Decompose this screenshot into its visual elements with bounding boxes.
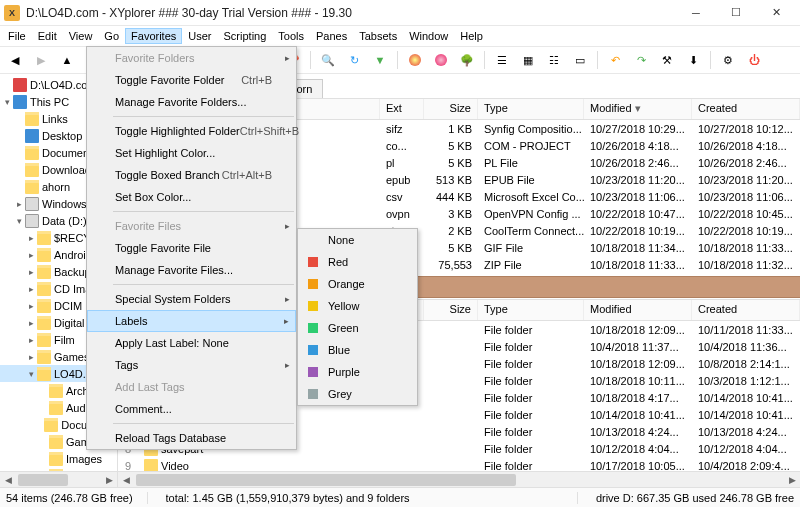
label-item[interactable]: Purple (298, 361, 417, 383)
menu-edit[interactable]: Edit (32, 28, 63, 44)
menu-item[interactable]: Manage Favorite Folders... (87, 91, 296, 113)
minimize-button[interactable]: ─ (676, 0, 716, 26)
menu-panes[interactable]: Panes (310, 28, 353, 44)
red-icon[interactable] (404, 49, 426, 71)
expander-icon[interactable]: ▾ (2, 97, 13, 107)
file-created: 10/23/2018 11:20... (692, 174, 800, 186)
menu-item[interactable]: Tags▸ (87, 354, 296, 376)
tree-item[interactable]: Images (0, 450, 117, 467)
col-modified[interactable]: Modified ▾ (584, 99, 692, 119)
folder-icon (25, 112, 39, 126)
menu-file[interactable]: File (2, 28, 32, 44)
settings-icon[interactable]: ⚙ (717, 49, 739, 71)
menu-item[interactable]: Toggle Boxed BranchCtrl+Alt+B (87, 164, 296, 186)
filter-icon[interactable]: ▼ (369, 49, 391, 71)
expander-icon[interactable]: ▸ (26, 250, 37, 260)
pane-scrollbar[interactable]: ◀▶ (118, 471, 800, 487)
label-item[interactable]: Grey (298, 383, 417, 405)
file-modified: 10/26/2018 2:46... (584, 157, 692, 169)
col-size[interactable]: Size (424, 99, 478, 119)
tree-icon[interactable]: 🌳 (456, 49, 478, 71)
refresh-icon[interactable]: ↻ (343, 49, 365, 71)
sidebar-scrollbar[interactable]: ◀▶ (0, 471, 117, 487)
file-modified: 10/12/2018 4:04... (584, 443, 692, 455)
back-button[interactable]: ◀ (4, 49, 26, 71)
drop-icon[interactable]: ⬇ (682, 49, 704, 71)
col-type[interactable]: Type (478, 99, 584, 119)
expander-icon[interactable]: ▾ (14, 216, 25, 226)
menu-item[interactable]: Set Box Color... (87, 186, 296, 208)
menu-view[interactable]: View (63, 28, 99, 44)
label-item[interactable]: Red (298, 251, 417, 273)
col-created[interactable]: Created (692, 300, 800, 320)
label-item[interactable]: Blue (298, 339, 417, 361)
view2-icon[interactable]: ▦ (517, 49, 539, 71)
file-type: PL File (478, 157, 584, 169)
col-modified[interactable]: Modified (584, 300, 692, 320)
menu-item[interactable]: Toggle Favorite File (87, 237, 296, 259)
expander-icon[interactable]: ▸ (26, 267, 37, 277)
label-item[interactable]: Yellow (298, 295, 417, 317)
up-button[interactable]: ▲ (56, 49, 78, 71)
menu-tools[interactable]: Tools (272, 28, 310, 44)
expander-icon[interactable]: ▸ (26, 352, 37, 362)
menu-item[interactable]: Labels▸ (87, 310, 296, 332)
menu-item[interactable]: Set Highlight Color... (87, 142, 296, 164)
menu-item[interactable]: Comment... (87, 398, 296, 420)
menu-help[interactable]: Help (454, 28, 489, 44)
undo-icon[interactable]: ↶ (604, 49, 626, 71)
expander-icon[interactable]: ▸ (26, 335, 37, 345)
file-modified: 10/23/2018 11:20... (584, 174, 692, 186)
file-type: File folder (478, 358, 584, 370)
tool-icon[interactable]: ⚒ (656, 49, 678, 71)
menu-scripting[interactable]: Scripting (218, 28, 273, 44)
file-created: 10/26/2018 4:18... (692, 140, 800, 152)
label-item[interactable]: Green (298, 317, 417, 339)
close-button[interactable]: ✕ (756, 0, 796, 26)
label-item[interactable]: None (298, 229, 417, 251)
maximize-button[interactable]: ☐ (716, 0, 756, 26)
exit-icon[interactable]: ⏻ (743, 49, 765, 71)
folder-icon (49, 401, 63, 415)
menu-favorites[interactable]: Favorites (125, 28, 182, 44)
col-size[interactable]: Size (424, 300, 478, 320)
expander-icon[interactable]: ▸ (14, 199, 25, 209)
menu-tabsets[interactable]: Tabsets (353, 28, 403, 44)
window-title: D:\LO4D.com - XYplorer ### 30-day Trial … (26, 6, 676, 20)
expander-icon[interactable]: ▸ (26, 233, 37, 243)
col-type[interactable]: Type (478, 300, 584, 320)
file-row[interactable]: 9VideoFile folder10/17/2018 10:05...10/4… (118, 457, 800, 471)
menu-item-label: Set Highlight Color... (115, 147, 215, 159)
file-created: 10/18/2018 11:32... (692, 259, 800, 271)
expander-icon[interactable]: ▸ (26, 318, 37, 328)
expander-icon[interactable]: ▸ (26, 301, 37, 311)
forward-button[interactable]: ▶ (30, 49, 52, 71)
menu-go[interactable]: Go (98, 28, 125, 44)
expander-icon[interactable]: ▾ (26, 369, 37, 379)
folder-icon (37, 333, 51, 347)
folder-icon (37, 367, 51, 381)
col-ext[interactable]: Ext (380, 99, 424, 119)
file-modified: 10/23/2018 11:06... (584, 191, 692, 203)
drive-icon (25, 197, 39, 211)
label-text: Green (328, 322, 359, 334)
view4-icon[interactable]: ▭ (569, 49, 591, 71)
expander-icon[interactable]: ▸ (26, 284, 37, 294)
file-size: 2 KB (424, 225, 478, 237)
menu-user[interactable]: User (182, 28, 217, 44)
label-text: Red (328, 256, 348, 268)
search-icon[interactable]: 🔍 (317, 49, 339, 71)
redo-icon[interactable]: ↷ (630, 49, 652, 71)
menu-item[interactable]: Toggle Favorite FolderCtrl+B (87, 69, 296, 91)
menu-item[interactable]: Special System Folders▸ (87, 288, 296, 310)
menu-item[interactable]: Toggle Highlighted FolderCtrl+Shift+B (87, 120, 296, 142)
label-item[interactable]: Orange (298, 273, 417, 295)
menu-item[interactable]: Reload Tags Database (87, 427, 296, 449)
menu-item[interactable]: Apply Last Label: None (87, 332, 296, 354)
menu-window[interactable]: Window (403, 28, 454, 44)
view3-icon[interactable]: ☷ (543, 49, 565, 71)
menu-item[interactable]: Manage Favorite Files... (87, 259, 296, 281)
view1-icon[interactable]: ☰ (491, 49, 513, 71)
col-created[interactable]: Created (692, 99, 800, 119)
spiral-icon[interactable] (430, 49, 452, 71)
